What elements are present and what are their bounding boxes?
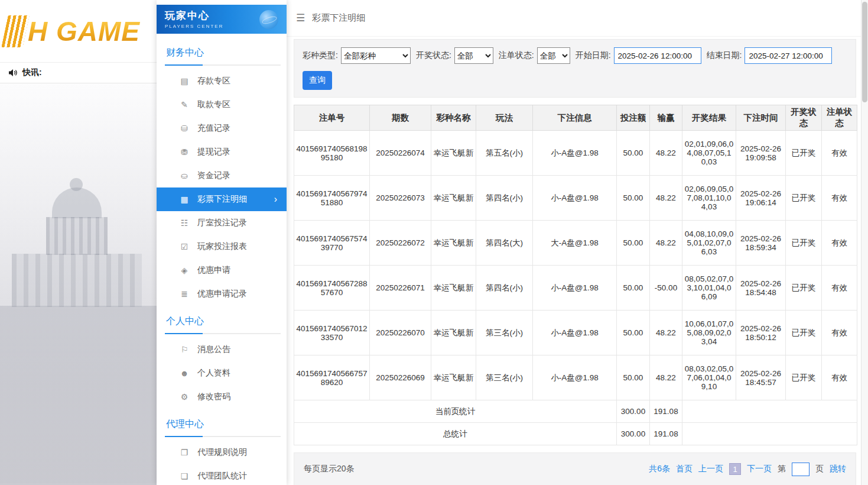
document-icon: ❐	[179, 448, 190, 457]
first-page-link[interactable]: 首页	[676, 464, 693, 474]
cell-bet-time: 2025-02-26 19:06:14	[736, 176, 786, 221]
cell-play: 第五名(小)	[476, 131, 533, 176]
sidebar-item-promo-apply[interactable]: ◈优惠申请	[157, 258, 287, 282]
menu-toggle-icon[interactable]: ☰	[296, 12, 305, 24]
end-date-input[interactable]	[745, 47, 832, 64]
sidebar-item-profile[interactable]: ☻个人资料	[157, 361, 287, 385]
cell-play: 第四名(小)	[476, 176, 533, 221]
promo-record-icon: ≣	[179, 289, 190, 299]
start-date-input[interactable]	[614, 47, 701, 64]
sidebar-section-title: 个人中心	[165, 311, 281, 334]
sidebar-item-withdraw-records[interactable]: ⛃提现记录	[157, 140, 287, 164]
cell-bet-info: 小-A盘@1.98	[533, 266, 617, 311]
sidebar-item-agent-rules[interactable]: ❐代理规则说明	[157, 441, 287, 464]
col-draw-result: 开奖结果	[682, 105, 736, 131]
cell-lottery: 幸运飞艇新	[431, 355, 476, 400]
cell-bet-time: 2025-02-26 18:45:57	[736, 355, 786, 400]
cell-period: 20250226072	[370, 221, 431, 266]
page-size-text: 每页显示20条	[304, 464, 355, 474]
sidebar-item-label: 代理规则说明	[197, 447, 247, 458]
withdraw-pen-icon: ✎	[179, 100, 190, 109]
cell-result: 02,01,09,06,04,08,07,05,10,03	[682, 131, 736, 176]
next-page-link[interactable]: 下一页	[747, 464, 772, 474]
scrollbar-thumb[interactable]	[862, 2, 867, 102]
cell-order-status: 有效	[822, 266, 857, 311]
cell-result: 08,05,02,07,03,10,01,04,06,09	[682, 266, 736, 311]
cell-bet-amount: 50.00	[617, 131, 650, 176]
sidebar-item-label: 存款专区	[197, 76, 230, 86]
logo-text: H GAME	[28, 15, 140, 47]
cell-bet-amount: 50.00	[617, 176, 650, 221]
cell-lottery: 幸运飞艇新	[431, 176, 476, 221]
jump-button[interactable]: 跳转	[830, 464, 846, 474]
logo-bars-icon	[1, 15, 29, 47]
lottery-type-label: 彩种类型:	[303, 50, 338, 61]
table-header-row: 注单号 期数 彩种名称 玩法 下注信息 投注额 输赢 开奖结果 下注时间 开奖状…	[294, 105, 857, 131]
page-jump-input[interactable]	[792, 463, 810, 476]
lottery-type-select[interactable]: 全部彩种	[341, 47, 411, 64]
site-background: H GAME 快讯:	[0, 0, 157, 485]
cell-result: 02,06,09,05,07,08,01,10,04,03	[682, 176, 736, 221]
lottery-bet-icon: ▦	[179, 195, 190, 204]
table-row: 40156917405670123357020250226070幸运飞艇新第三名…	[294, 311, 857, 355]
sidebar-item-label: 个人资料	[197, 368, 230, 379]
sidebar-item-label: 消息公告	[197, 344, 230, 355]
cell-lottery: 幸运飞艇新	[431, 221, 476, 266]
sidebar-item-change-password[interactable]: ⚙修改密码	[157, 385, 287, 409]
jump-label-suffix: 页	[815, 464, 824, 474]
cell-order-id: 401569174056797451880	[294, 176, 370, 221]
cell-bet-time: 2025-02-26 19:09:58	[736, 131, 786, 176]
cell-play: 第三名(小)	[476, 355, 533, 400]
summary-win-loss-total: 191.08	[650, 400, 682, 423]
sidebar-item-hall-bet-records[interactable]: ☷厅室投注记录	[157, 211, 287, 235]
sidebar-item-promo-apply-records[interactable]: ≣优惠申请记录	[157, 282, 287, 306]
cell-period: 20250226069	[370, 355, 431, 400]
cell-bet-amount: 50.00	[617, 355, 650, 400]
order-status-select[interactable]: 全部	[537, 47, 570, 64]
capitol-background-image	[0, 83, 157, 485]
page-scrollbar[interactable]	[861, 0, 868, 485]
table-row: 40156917405667578962020250226069幸运飞艇新第三名…	[294, 355, 857, 400]
sidebar: 玩家中心 PLAYERS CENTER 财务中心▤存款专区✎取款专区⛁充值记录⛃…	[157, 0, 287, 485]
filter-panel: 彩种类型: 全部彩种 开奖状态: 全部 注单状态: 全部	[294, 39, 856, 98]
cell-draw-status: 已开奖	[786, 311, 822, 355]
sidebar-item-withdraw[interactable]: ✎取款专区	[157, 93, 287, 117]
draw-status-label: 开奖状态:	[416, 50, 451, 61]
draw-status-select[interactable]: 全部	[454, 47, 493, 64]
summary-empty	[682, 400, 857, 423]
cell-win-loss: 48.22	[650, 221, 682, 266]
cell-win-loss: 48.22	[650, 355, 682, 400]
cell-bet-time: 2025-02-26 18:59:34	[736, 221, 786, 266]
col-play: 玩法	[476, 105, 533, 131]
user-icon: ☻	[179, 368, 190, 378]
summary-empty	[682, 423, 857, 445]
cell-order-status: 有效	[822, 176, 857, 221]
sidebar-item-fund-records[interactable]: ⛀资金记录	[157, 164, 287, 187]
col-win-loss: 输赢	[650, 105, 682, 131]
topbar: ☰ 彩票下注明细	[287, 0, 861, 37]
cell-bet-info: 小-A盘@1.98	[533, 176, 617, 221]
cell-order-id: 401569174056675789620	[294, 355, 370, 400]
prev-page-link[interactable]: 上一页	[698, 464, 723, 474]
sidebar-item-player-bet-report[interactable]: ☑玩家投注报表	[157, 235, 287, 258]
sidebar-item-agent-team-stats[interactable]: ❏代理团队统计	[157, 464, 287, 485]
sidebar-item-label: 取款专区	[197, 99, 230, 110]
cell-order-id: 401569174056819895180	[294, 131, 370, 176]
cell-order-id: 401569174056701233570	[294, 311, 370, 355]
search-button[interactable]: 查询	[303, 71, 332, 90]
sidebar-item-recharge-records[interactable]: ⛁充值记录	[157, 117, 287, 140]
sidebar-item-label: 充值记录	[197, 123, 230, 134]
sidebar-item-messages[interactable]: ⚐消息公告	[157, 338, 287, 361]
cell-draw-status: 已开奖	[786, 355, 822, 400]
sidebar-item-label: 代理团队统计	[197, 471, 247, 481]
sidebar-item-lottery-bet-details[interactable]: ▦彩票下注明细›	[157, 187, 287, 211]
fund-record-icon: ⛀	[179, 171, 190, 180]
cell-result: 08,03,02,05,07,06,01,04,09,10	[682, 355, 736, 400]
sidebar-item-deposit[interactable]: ▤存款专区	[157, 69, 287, 93]
summary-row: 总统计300.00191.08	[294, 423, 857, 445]
main-area: ☰ 彩票下注明细 彩种类型: 全部彩种 开奖状态: 全部 注单状态	[287, 0, 861, 485]
news-ticker-bar: 快讯:	[0, 62, 157, 83]
summary-bet-total: 300.00	[617, 423, 650, 445]
withdraw-record-icon: ⛃	[179, 147, 190, 157]
col-bet-info: 下注信息	[533, 105, 617, 131]
